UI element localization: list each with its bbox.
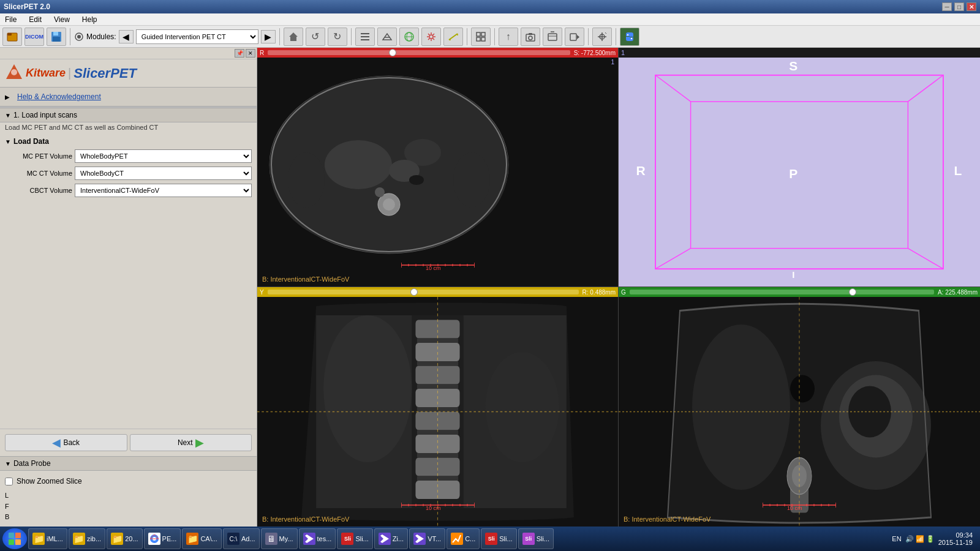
logo-separator: | — [68, 66, 71, 80]
slicer1-icon: Sli — [341, 533, 353, 545]
close-button[interactable]: ✕ — [967, 2, 976, 11]
scale-bar-br: 10 cm — [763, 500, 836, 512]
show-zoomed-checkbox[interactable] — [5, 478, 13, 485]
viewer-bottom-left[interactable]: Y R: 0.488mm — [257, 287, 619, 527]
cbct-select[interactable]: InterventionalCT-WideFoV — [75, 184, 252, 197]
menu-file[interactable]: File — [2, 14, 19, 25]
svg-text:L: L — [954, 163, 962, 178]
axial-slider-thumb — [389, 49, 396, 56]
modules-text-label: Modules: — [86, 32, 116, 41]
help-section-header[interactable]: Help & Acknowledgement — [0, 87, 257, 107]
viewer-grid: R S: -772.500mm 1 — [257, 48, 980, 527]
panel-pin-button[interactable]: 📌 — [235, 49, 244, 58]
taskbar-item-slicer1[interactable]: Sli Sli... — [337, 528, 372, 549]
taskbar-item-folder1[interactable]: 📁 iML... — [28, 528, 67, 549]
taskbar-item-terminal[interactable]: C:\ Ad... — [223, 528, 260, 549]
back-arrow-icon: ◀ — [52, 436, 61, 449]
sagittal-slider[interactable] — [268, 290, 579, 294]
forward-history-button[interactable]: ↻ — [328, 28, 347, 46]
taskbar-item-folder2-label: zib... — [87, 535, 101, 542]
3d-view-image[interactable]: S R L P I — [619, 58, 980, 287]
back-history-button[interactable]: ↺ — [306, 28, 325, 46]
main-layout: 📌 ✕ Kitware | SlicerPET — [0, 48, 980, 527]
mc-pet-label: MC PET Volume — [5, 152, 72, 160]
back-button[interactable]: ◀ Back — [5, 434, 127, 451]
python-button[interactable] — [620, 28, 639, 46]
kitware-text: Kitware — [26, 67, 66, 80]
load-data-button[interactable] — [2, 28, 22, 46]
taskbar-item-matlab[interactable]: C... — [447, 528, 480, 549]
mc-ct-select[interactable]: WholeBodyCT — [75, 167, 252, 180]
spacer — [0, 203, 257, 429]
svg-point-35 — [627, 34, 628, 35]
module-next-button[interactable]: ▶ — [261, 30, 276, 43]
minimize-button[interactable]: ─ — [942, 2, 952, 11]
svg-rect-29 — [570, 34, 576, 40]
taskbar-item-slicer2[interactable]: Sli Sli... — [481, 528, 516, 549]
logo-area: Kitware | SlicerPET — [0, 59, 257, 87]
help-link[interactable]: Help & Acknowledgement — [12, 90, 106, 103]
data-probe-section: Show Zoomed Slice L F B — [0, 471, 257, 527]
vs3-svg — [415, 534, 424, 544]
crosshair-button[interactable] — [592, 28, 612, 46]
menu-view[interactable]: View — [51, 14, 72, 25]
maximize-button[interactable]: □ — [954, 2, 964, 11]
taskbar-item-folder2[interactable]: 📁 zib... — [69, 528, 105, 549]
toolbar: DICOM Modules: ◀ Guided Intervention PET… — [0, 26, 980, 48]
taskbar-vs3-label: VT... — [428, 535, 441, 542]
camera-button[interactable] — [521, 28, 540, 46]
module-selector[interactable]: Guided Intervention PET CT — [136, 29, 258, 44]
viewer-top-left[interactable]: R S: -772.500mm 1 — [257, 48, 619, 287]
taskbar-item-vs2[interactable]: Zi... — [374, 528, 408, 549]
3d-view-button[interactable] — [377, 28, 397, 46]
list-view-button[interactable] — [355, 28, 375, 46]
next-arrow-icon: ▶ — [195, 436, 204, 449]
dicom-button[interactable]: DICOM — [24, 28, 44, 46]
axial-slider[interactable] — [268, 50, 570, 55]
taskbar-item-explorer[interactable]: 📁 CA\... — [182, 528, 222, 549]
svg-text:10 cm: 10 cm — [426, 505, 441, 510]
svg-point-36 — [631, 37, 632, 39]
record-button[interactable] — [565, 28, 584, 46]
settings-button[interactable] — [421, 28, 441, 46]
axial-ct-image[interactable]: 1 — [257, 58, 618, 287]
load-data-label: Load Data — [13, 137, 49, 146]
screenshot-button[interactable] — [543, 28, 562, 46]
ruler-button[interactable] — [443, 28, 463, 46]
svg-point-46 — [409, 175, 424, 185]
left-panel: 📌 ✕ Kitware | SlicerPET — [0, 48, 257, 527]
viewer-bottom-right[interactable]: G A: 225.488mm — [619, 287, 980, 527]
help-arrow-icon — [5, 94, 10, 100]
panel-close-button[interactable]: ✕ — [246, 49, 255, 58]
menubar: File Edit View Help — [0, 13, 980, 26]
next-button[interactable]: Next ▶ — [130, 434, 252, 451]
taskbar-item-remote[interactable]: 🖥 My... — [261, 528, 298, 549]
section1-header[interactable]: 1. Load input scans — [0, 108, 257, 122]
menu-help[interactable]: Help — [80, 14, 100, 25]
taskbar-item-slicer3[interactable]: Sli Sli... — [518, 528, 554, 549]
section1-arrow-icon — [5, 112, 11, 119]
taskbar-item-chrome[interactable]: PE... — [144, 528, 181, 549]
svg-line-34 — [605, 32, 606, 34]
mc-pet-select[interactable]: WholeBodyPET — [75, 149, 252, 163]
module-prev-button[interactable]: ◀ — [119, 30, 134, 43]
sagittal-ct-image[interactable]: 10 cm B: InterventionalCT-WideFoV — [257, 297, 618, 527]
sagittal-slider-thumb — [410, 288, 418, 296]
taskbar-item-vs3[interactable]: VT... — [409, 528, 445, 549]
viewer-top-right[interactable]: 1 — [619, 48, 980, 287]
coronal-ct-image[interactable]: 10 cm B: InterventionalCT-WideFoV — [619, 297, 980, 527]
taskbar-item-vs1[interactable]: tes... — [299, 528, 336, 549]
svg-point-42 — [375, 187, 385, 197]
coronal-slider[interactable] — [630, 290, 934, 294]
save-button[interactable] — [47, 28, 66, 46]
menu-edit[interactable]: Edit — [26, 14, 44, 25]
globe-button[interactable] — [399, 28, 419, 46]
load-data-header: Load Data — [5, 137, 252, 146]
data-probe-header[interactable]: Data Probe — [0, 456, 257, 471]
arrow-up-button[interactable]: ↑ — [499, 28, 518, 46]
3d-strip: 1 — [619, 48, 980, 58]
home-button[interactable] — [284, 28, 303, 46]
layout-button[interactable] — [471, 28, 491, 46]
taskbar-item-folder3[interactable]: 📁 20... — [107, 528, 142, 549]
start-button[interactable] — [2, 528, 27, 549]
